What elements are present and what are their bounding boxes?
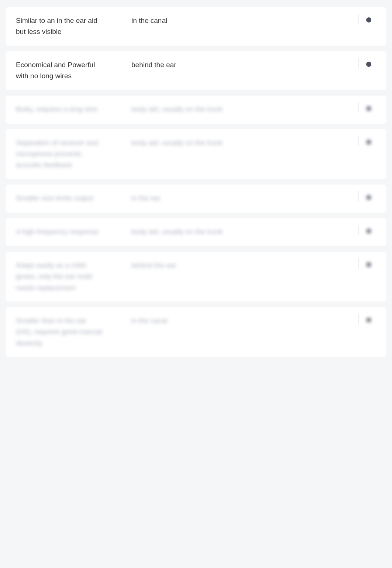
card-row: d high frequency responsebody aid, usual… (6, 218, 386, 246)
card-description: Bulky, requires a long wire (16, 104, 104, 115)
card-description: Smaller than in the ear (HA), requires g… (16, 315, 104, 349)
column-divider (115, 258, 115, 295)
column-divider (115, 58, 115, 83)
column-divider (115, 191, 115, 206)
card-type: in the ear (131, 193, 361, 204)
card-row: Separation of receiver and microphone pr… (6, 129, 386, 179)
status-indicator (361, 260, 376, 267)
status-divider (358, 191, 359, 202)
card-row: Smaller than in the ear (HA), requires g… (6, 307, 386, 357)
status-dot-icon (366, 317, 371, 323)
card-type: body aid, usually on the trunk (131, 104, 361, 115)
status-indicator (361, 15, 376, 23)
card-row: Bulky, requires a long wirebody aid, usu… (6, 96, 386, 124)
status-indicator (361, 104, 376, 111)
card-type: behind the ear (131, 59, 361, 70)
status-indicator (361, 315, 376, 323)
card-description: d high frequency response (16, 226, 104, 237)
status-dot-icon (366, 195, 371, 200)
status-divider (358, 136, 359, 146)
status-dot-icon (366, 106, 371, 111)
column-divider (115, 225, 115, 240)
status-divider (358, 225, 359, 235)
status-indicator (361, 193, 376, 200)
column-divider (115, 102, 115, 117)
status-divider (358, 102, 359, 113)
card-description: Smaller size limits output (16, 193, 104, 204)
status-indicator (361, 59, 376, 67)
card-type: in the canal (131, 15, 361, 26)
status-indicator (361, 137, 376, 145)
card-row: Adapt easily as a child grows, only the … (6, 252, 386, 302)
card-description: Similar to an in the ear aid but less vi… (16, 15, 104, 38)
card-type: body aid, usually on the trunk (131, 226, 361, 237)
status-divider (358, 314, 359, 324)
card-type: body aid, usually on the trunk (131, 137, 361, 148)
card-row: Economical and Powerful with no long wir… (6, 51, 386, 90)
card-description: Adapt easily as a child grows, only the … (16, 260, 104, 293)
column-divider (115, 136, 115, 172)
status-dot-icon (366, 228, 371, 234)
card-row: Similar to an in the ear aid but less vi… (6, 7, 386, 46)
column-divider (115, 314, 115, 350)
card-row: Smaller size limits outputin the ear (6, 185, 386, 213)
status-dot-icon (366, 17, 371, 23)
card-type: behind the ear (131, 260, 361, 271)
column-divider (115, 14, 115, 39)
card-type: in the canal (131, 315, 361, 326)
status-divider (358, 258, 359, 269)
status-divider (358, 14, 359, 24)
status-divider (358, 58, 359, 68)
status-indicator (361, 226, 376, 234)
card-description: Economical and Powerful with no long wir… (16, 59, 104, 82)
card-list: Similar to an in the ear aid but less vi… (6, 6, 386, 364)
card-description: Separation of receiver and microphone pr… (16, 137, 104, 171)
status-dot-icon (366, 62, 371, 67)
status-dot-icon (366, 262, 371, 267)
status-dot-icon (366, 140, 371, 145)
